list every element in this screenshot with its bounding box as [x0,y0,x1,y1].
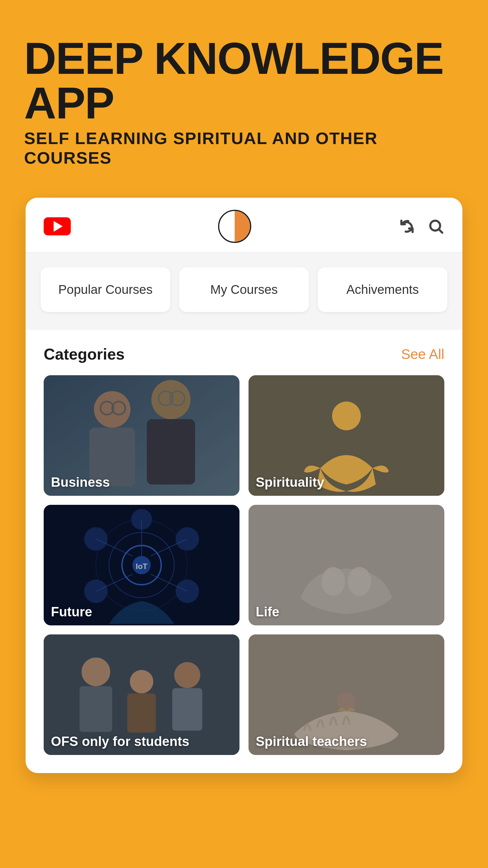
tabs-row: Popular Courses My Courses Achivements [41,267,447,312]
categories-title: Categories [44,345,125,363]
categories-header: Categories See All [44,345,444,363]
youtube-play-triangle [54,221,63,232]
app-screen: Popular Courses My Courses Achivements C… [26,198,462,773]
spiritual-teachers-label: Spiritual teachers [249,728,444,755]
nav-actions [398,218,444,235]
logo-left-half [219,211,235,242]
tabs-section: Popular Courses My Courses Achivements [26,252,462,330]
app-title: DEEP KNOWLEDGE APP [24,36,464,125]
category-card-spiritual-teachers[interactable]: Spiritual teachers [249,634,444,755]
tab-achievements[interactable]: Achivements [318,267,447,312]
spirituality-label: Spirituality [249,469,444,496]
refresh-button[interactable] [398,218,415,235]
top-nav [26,198,462,252]
header-section: DEEP KNOWLEDGE APP SELF LEARNING SPIRITU… [0,0,488,186]
search-button[interactable] [427,218,444,235]
see-all-button[interactable]: See All [401,346,444,362]
svg-point-14 [332,401,361,430]
category-card-life[interactable]: Life [249,505,444,625]
categories-grid: Business [44,375,444,755]
youtube-icon [44,217,71,236]
tab-popular-courses[interactable]: Popular Courses [41,267,170,312]
search-icon [427,218,444,235]
category-card-future[interactable]: IoT [44,505,239,625]
ofs-students-label: OFS only for students [44,728,239,755]
logo-right-half [235,211,250,242]
app-subtitle: SELF LEARNING SPIRITUAL AND OTHER COURSE… [24,128,464,167]
youtube-button[interactable] [44,217,71,236]
category-card-business[interactable]: Business [44,375,239,496]
app-logo [218,210,251,243]
category-card-ofs-students[interactable]: OFS only for students [44,634,239,755]
category-card-spirituality[interactable]: Spirituality [249,375,444,496]
refresh-icon [398,218,415,235]
categories-section: Categories See All [26,330,462,755]
business-label: Business [44,469,239,496]
tab-my-courses[interactable]: My Courses [179,267,309,312]
future-label: Future [44,598,239,625]
life-label: Life [249,598,444,625]
